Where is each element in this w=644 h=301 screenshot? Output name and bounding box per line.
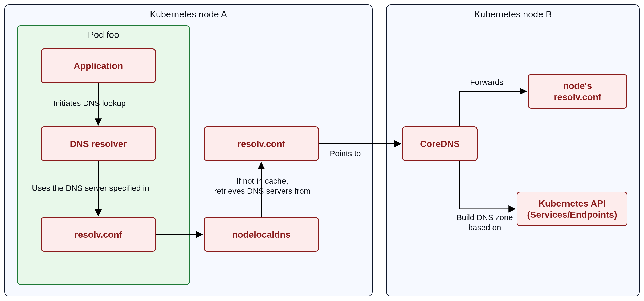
box-dns-resolver: DNS resolver xyxy=(41,126,156,161)
box-coredns: CoreDNS xyxy=(402,126,478,161)
pod-foo-title: Pod foo xyxy=(18,30,189,40)
node-a-title: Kubernetes node A xyxy=(5,9,372,19)
label-coredns-to-k8sapi: Build DNS zone based on xyxy=(445,212,525,232)
box-nodelocaldns: nodelocaldns xyxy=(204,217,319,252)
box-k8s-api: Kubernetes API (Services/Endpoints) xyxy=(517,192,627,226)
label-nld-to-resolv: If not in cache, retrieves DNS servers f… xyxy=(205,176,320,196)
box-application: Application xyxy=(41,48,156,83)
box-nld-resolvconf: resolv.conf xyxy=(204,126,319,161)
diagram-canvas: Kubernetes node A Pod foo Application DN… xyxy=(0,0,644,301)
box-node-resolvconf: node's resolv.conf xyxy=(528,74,627,109)
label-resolver-to-resolv: Uses the DNS server specified in xyxy=(32,183,170,193)
label-coredns-to-noderesolv: Forwards xyxy=(470,77,515,87)
label-resolv-to-coredns: Points to xyxy=(330,149,375,159)
box-pod-resolvconf: resolv.conf xyxy=(41,217,156,252)
label-app-to-resolver: Initiates DNS lookup xyxy=(53,98,144,108)
node-b-title: Kubernetes node B xyxy=(387,9,639,19)
